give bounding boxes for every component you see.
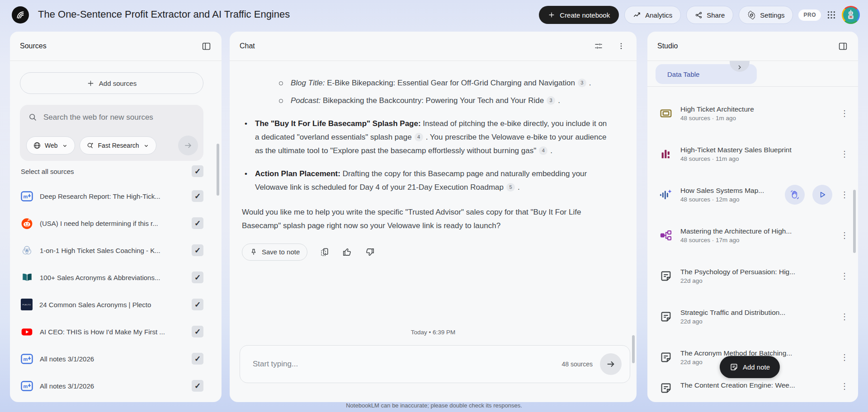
studio-item[interactable]: High Ticket Architecture48 sources · 1m … <box>647 93 858 134</box>
notebook-title[interactable]: The One-Sentence Profit Extractor and AI… <box>38 9 290 20</box>
studio-item-meta: 48 sources · 17m ago <box>680 237 832 243</box>
web-filter-dropdown[interactable]: Web <box>26 136 75 154</box>
citation-chip[interactable]: 5 <box>506 183 515 192</box>
studio-item-title: The Content Creation Engine: Wee... <box>680 381 832 389</box>
collapse-studio-panel-icon[interactable] <box>837 41 848 52</box>
studio-panel-title: Studio <box>657 42 678 50</box>
studio-item-meta: 48 sources · 11m ago <box>680 155 832 162</box>
mind-map-icon <box>659 229 673 242</box>
chevron-down-icon <box>61 142 68 149</box>
source-row[interactable]: PLECTO 24 Common Sales Acronyms | Plecto… <box>21 291 203 318</box>
studio-item[interactable]: Mastering the Architecture of High...48 … <box>647 215 858 256</box>
source-row[interactable]: 1-on-1 High Ticket Sales Coaching - K...… <box>21 237 203 264</box>
source-title: Deep Research Report: The High-Tick... <box>40 192 185 200</box>
source-checkbox[interactable]: ✓ <box>192 326 203 337</box>
collapse-sources-panel-icon[interactable] <box>201 41 212 52</box>
studio-item-more-icon[interactable]: ⋮ <box>840 381 849 391</box>
studio-item-more-icon[interactable]: ⋮ <box>840 230 849 240</box>
source-row[interactable]: m Deep Research Report: The High-Tick...… <box>21 183 203 210</box>
chat-input-placeholder[interactable]: Start typing... <box>253 360 562 369</box>
sources-panel-title: Sources <box>20 42 47 50</box>
source-checkbox[interactable]: ✓ <box>192 380 203 392</box>
chat-bullet: Action Plan Placement: Drafting the copy… <box>242 167 609 194</box>
message-actions: Save to note <box>242 243 609 261</box>
settings-button[interactable]: Settings <box>739 6 793 24</box>
bullet-label: Action Plan Placement: <box>255 169 340 178</box>
search-input[interactable]: Search the web for new sources <box>43 113 153 122</box>
chat-input-box[interactable]: Start typing... 48 sources <box>240 345 630 383</box>
notebooklm-doc-icon: m <box>21 353 33 365</box>
gear-icon <box>747 11 756 19</box>
source-checkbox[interactable]: ✓ <box>192 217 203 229</box>
citation-chip[interactable]: 4 <box>539 146 547 155</box>
add-sources-button[interactable]: Add sources <box>20 72 203 94</box>
source-checkbox[interactable]: ✓ <box>192 190 203 202</box>
citation-chip[interactable]: 4 <box>415 133 423 141</box>
citation-chip[interactable]: 3 <box>578 79 586 87</box>
source-row[interactable]: AI CEO: THIS is How I'd Make My First ..… <box>21 318 203 345</box>
play-audio-button[interactable] <box>812 185 832 205</box>
note-icon <box>659 310 673 323</box>
studio-item[interactable]: High-Ticket Mastery Sales Blueprint48 so… <box>647 134 858 174</box>
source-row[interactable]: 100+ Sales Acronyms & Abbreviations... ✓ <box>21 264 203 291</box>
studio-item[interactable]: The Psychology of Persuasion: Hig...22d … <box>647 256 858 296</box>
interactive-mode-button[interactable] <box>785 185 805 205</box>
studio-item-more-icon[interactable]: ⋮ <box>840 149 849 159</box>
waving-hand-icon <box>790 190 800 200</box>
studio-item-more-icon[interactable]: ⋮ <box>840 271 849 281</box>
notebooklm-logo-icon[interactable] <box>12 6 29 23</box>
studio-item[interactable]: Strategic Traffic and Distribution...22d… <box>647 296 858 337</box>
reddit-icon <box>21 217 33 229</box>
analytics-button[interactable]: Analytics <box>624 6 681 24</box>
chat-settings-icon[interactable] <box>593 41 604 52</box>
venn-favicon-icon <box>21 244 33 257</box>
source-title: (USA) I need help determining if this r.… <box>40 220 185 227</box>
studio-item-more-icon[interactable]: ⋮ <box>840 190 849 200</box>
source-row[interactable]: (USA) I need help determining if this r.… <box>21 210 203 237</box>
studio-scrollbar[interactable] <box>853 190 856 253</box>
studio-item-title: How Sales Systems Map... <box>680 187 777 195</box>
web-filter-label: Web <box>45 142 58 149</box>
studio-item-more-icon[interactable]: ⋮ <box>840 312 849 322</box>
sources-scrollbar[interactable] <box>217 144 219 196</box>
arrow-right-icon <box>184 141 193 150</box>
chat-panel-title: Chat <box>240 42 255 50</box>
studio-item-more-icon[interactable]: ⋮ <box>840 108 849 118</box>
robot-avatar-image <box>843 7 859 23</box>
source-row[interactable]: m All notes 3/1/2026 ✓ <box>21 345 203 372</box>
chat-scrollbar[interactable] <box>632 335 635 363</box>
send-button[interactable] <box>600 353 622 375</box>
chat-closing-question: Would you like me to help you write the … <box>242 206 609 233</box>
chevron-right-icon <box>736 63 743 72</box>
save-to-note-button[interactable]: Save to note <box>242 243 307 261</box>
copy-icon[interactable] <box>319 247 330 258</box>
select-all-checkbox[interactable]: ✓ <box>192 165 203 177</box>
citation-chip[interactable]: 3 <box>547 96 555 105</box>
source-row[interactable]: m All notes 3/1/2026 ✓ <box>21 372 203 399</box>
notebooklm-doc-icon: m <box>21 190 33 202</box>
search-icon <box>28 112 38 122</box>
source-checkbox[interactable]: ✓ <box>192 353 203 365</box>
plus-icon <box>548 11 555 19</box>
apps-grid-icon[interactable] <box>826 10 836 20</box>
thumbs-down-icon[interactable] <box>364 247 375 258</box>
pro-badge: PRO <box>798 9 821 21</box>
source-checkbox[interactable]: ✓ <box>192 244 203 256</box>
studio-item-more-icon[interactable]: ⋮ <box>840 352 849 362</box>
thumbs-up-icon[interactable] <box>342 247 353 258</box>
play-icon <box>818 190 827 199</box>
add-note-button[interactable]: Add note <box>720 356 780 378</box>
chat-more-icon[interactable] <box>616 41 627 52</box>
share-icon <box>695 11 703 19</box>
studio-item[interactable]: How Sales Systems Map...48 sources · 12m… <box>647 174 858 215</box>
research-mode-dropdown[interactable]: Fast Research <box>80 136 156 154</box>
note-icon <box>659 381 673 395</box>
note-icon <box>659 351 673 364</box>
source-checkbox[interactable]: ✓ <box>192 272 203 283</box>
share-button[interactable]: Share <box>686 6 733 24</box>
create-notebook-button[interactable]: Create notebook <box>539 6 619 24</box>
source-checkbox[interactable]: ✓ <box>192 299 203 310</box>
search-submit-button[interactable] <box>178 136 198 155</box>
save-to-note-label: Save to note <box>262 245 300 259</box>
user-avatar[interactable] <box>842 6 860 24</box>
